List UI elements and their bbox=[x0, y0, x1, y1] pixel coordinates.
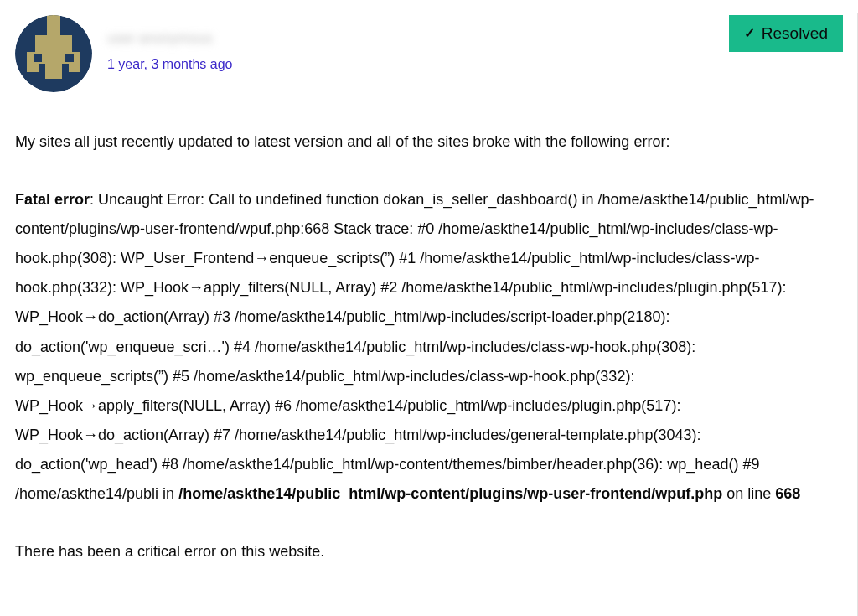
closing-paragraph: There has been a critical error on this … bbox=[15, 537, 843, 567]
resolved-badge: ✓ Resolved bbox=[729, 15, 843, 52]
error-trace: : Uncaught Error: Call to undefined func… bbox=[15, 191, 814, 502]
error-line-number: 668 bbox=[775, 485, 800, 502]
svg-rect-7 bbox=[34, 54, 42, 62]
intro-paragraph: My sites all just recently updated to la… bbox=[15, 127, 843, 157]
svg-rect-10 bbox=[69, 64, 80, 72]
post-timestamp-link[interactable]: 1 year, 3 months ago bbox=[107, 57, 232, 72]
post-meta: user anonymous 1 year, 3 months ago bbox=[107, 15, 232, 72]
error-paragraph: Fatal error: Uncaught Error: Call to und… bbox=[15, 185, 843, 509]
svg-rect-3 bbox=[42, 25, 47, 35]
post-header: user anonymous 1 year, 3 months ago ✓ Re… bbox=[15, 15, 843, 92]
error-path: /home/askthe14/public_html/wp-content/pl… bbox=[178, 485, 722, 502]
username-obscured: user anonymous bbox=[107, 30, 232, 49]
fatal-error-label: Fatal error bbox=[15, 191, 90, 208]
post-body: My sites all just recently updated to la… bbox=[15, 127, 843, 567]
check-icon: ✓ bbox=[744, 27, 755, 40]
svg-rect-9 bbox=[27, 64, 39, 72]
error-on-line: on line bbox=[722, 485, 775, 502]
avatar[interactable] bbox=[15, 15, 92, 92]
svg-rect-5 bbox=[35, 35, 72, 52]
post-container: user anonymous 1 year, 3 months ago ✓ Re… bbox=[0, 0, 858, 567]
resolved-label: Resolved bbox=[762, 24, 828, 43]
svg-rect-2 bbox=[47, 15, 60, 35]
svg-rect-4 bbox=[60, 25, 65, 35]
svg-rect-8 bbox=[65, 54, 74, 62]
svg-rect-11 bbox=[45, 64, 62, 79]
